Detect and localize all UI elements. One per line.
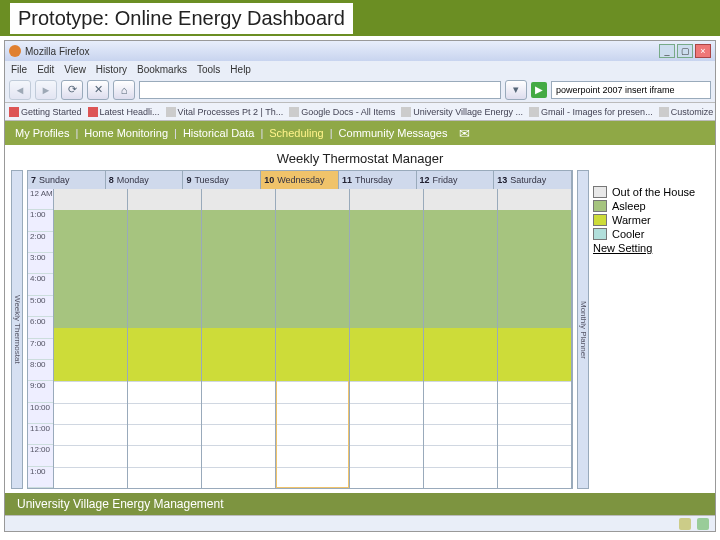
- time-label: 12 AM: [28, 189, 53, 210]
- schedule-band[interactable]: [276, 189, 349, 210]
- bookmark-vital[interactable]: Vital Processes Pt 2 | Th...: [166, 107, 284, 117]
- schedule-band[interactable]: [202, 210, 275, 327]
- site-nav: My Profiles| Home Monitoring| Historical…: [5, 121, 715, 145]
- legend-label: New Setting: [593, 242, 652, 254]
- legend-item: Out of the House: [593, 186, 709, 198]
- browser-statusbar: [5, 515, 715, 531]
- legend-swatch: [593, 200, 607, 212]
- schedule-band[interactable]: [350, 210, 423, 327]
- schedule-band[interactable]: [54, 189, 127, 210]
- calendar-grid[interactable]: [54, 189, 572, 488]
- day-header[interactable]: 11Thursday: [339, 171, 417, 189]
- browser-app-title: Mozilla Firefox: [25, 46, 89, 57]
- bookmark-uvem[interactable]: University Village Energy ...: [401, 107, 523, 117]
- day-header[interactable]: 12Friday: [417, 171, 495, 189]
- schedule-band[interactable]: [350, 189, 423, 210]
- time-label: 5:00: [28, 296, 53, 317]
- close-button[interactable]: ×: [695, 44, 711, 58]
- time-label: 2:00: [28, 232, 53, 253]
- nav-home-monitoring[interactable]: Home Monitoring: [84, 127, 168, 139]
- go-button[interactable]: ▶: [531, 82, 547, 98]
- day-column[interactable]: [424, 189, 498, 488]
- url-input[interactable]: [139, 81, 501, 99]
- firefox-icon: [9, 45, 21, 57]
- time-label: 8:00: [28, 360, 53, 381]
- slide-title-bar: Prototype: Online Energy Dashboard: [0, 0, 720, 36]
- left-side-tab[interactable]: Weekly Thermostat: [11, 170, 23, 489]
- legend-swatch: [593, 214, 607, 226]
- time-label: 9:00: [28, 381, 53, 402]
- forward-button[interactable]: ►: [35, 80, 57, 100]
- bookmark-latest-headlines[interactable]: Latest Headli...: [88, 107, 160, 117]
- schedule-band[interactable]: [276, 328, 349, 381]
- day-header[interactable]: 10Wednesday: [261, 171, 339, 189]
- status-icon-2[interactable]: [697, 518, 709, 530]
- schedule-band[interactable]: [128, 328, 201, 381]
- minimize-button[interactable]: _: [659, 44, 675, 58]
- day-column[interactable]: [202, 189, 276, 488]
- reload-button[interactable]: ⟳: [61, 80, 83, 100]
- legend-label: Out of the House: [612, 186, 695, 198]
- day-header[interactable]: 8Monday: [106, 171, 184, 189]
- mail-icon[interactable]: ✉: [459, 126, 470, 141]
- browser-titlebar: Mozilla Firefox _ ▢ ×: [5, 41, 715, 61]
- day-header[interactable]: 13Saturday: [494, 171, 572, 189]
- schedule-band[interactable]: [128, 189, 201, 210]
- day-column[interactable]: [128, 189, 202, 488]
- menu-view[interactable]: View: [64, 64, 86, 75]
- schedule-band[interactable]: [54, 210, 127, 327]
- time-label: 11:00: [28, 424, 53, 445]
- time-label: 7:00: [28, 339, 53, 360]
- day-column[interactable]: [350, 189, 424, 488]
- maximize-button[interactable]: ▢: [677, 44, 693, 58]
- search-input[interactable]: powerpoint 2007 insert iframe: [551, 81, 711, 99]
- legend-new-setting-link[interactable]: New Setting: [593, 242, 709, 254]
- schedule-band[interactable]: [54, 328, 127, 381]
- nav-scheduling[interactable]: Scheduling: [269, 127, 323, 139]
- time-label: 10:00: [28, 403, 53, 424]
- menu-bookmarks[interactable]: Bookmarks: [137, 64, 187, 75]
- legend-label: Cooler: [612, 228, 644, 240]
- stop-button[interactable]: ✕: [87, 80, 109, 100]
- status-icon-1[interactable]: [679, 518, 691, 530]
- schedule-band[interactable]: [498, 189, 571, 210]
- menu-file[interactable]: File: [11, 64, 27, 75]
- schedule-band[interactable]: [202, 328, 275, 381]
- day-column[interactable]: [54, 189, 128, 488]
- schedule-band[interactable]: [350, 328, 423, 381]
- day-column[interactable]: [276, 189, 350, 488]
- right-side-tab[interactable]: Monthly Planner: [577, 170, 589, 489]
- bookmark-gmail[interactable]: Gmail - Images for presen...: [529, 107, 653, 117]
- time-label: 1:00: [28, 467, 53, 488]
- chart-title: Weekly Thermostat Manager: [5, 145, 715, 170]
- bookmark-gdocs[interactable]: Google Docs - All Items: [289, 107, 395, 117]
- schedule-band[interactable]: [424, 189, 497, 210]
- schedule-band[interactable]: [202, 189, 275, 210]
- menu-help[interactable]: Help: [230, 64, 251, 75]
- nav-community-messages[interactable]: Community Messages: [339, 127, 448, 139]
- schedule-band[interactable]: [424, 210, 497, 327]
- bookmark-getting-started[interactable]: Getting Started: [9, 107, 82, 117]
- home-button[interactable]: ⌂: [113, 80, 135, 100]
- menu-tools[interactable]: Tools: [197, 64, 220, 75]
- schedule-band[interactable]: [276, 210, 349, 327]
- nav-my-profiles[interactable]: My Profiles: [15, 127, 69, 139]
- back-button[interactable]: ◄: [9, 80, 31, 100]
- time-label: 6:00: [28, 317, 53, 338]
- dropdown-icon[interactable]: ▾: [505, 80, 527, 100]
- menu-history[interactable]: History: [96, 64, 127, 75]
- legend-item: Warmer: [593, 214, 709, 226]
- schedule-band[interactable]: [424, 328, 497, 381]
- time-label: 1:00: [28, 210, 53, 231]
- day-header[interactable]: 9Tuesday: [183, 171, 261, 189]
- browser-window: Mozilla Firefox _ ▢ × File Edit View His…: [4, 40, 716, 532]
- nav-historical-data[interactable]: Historical Data: [183, 127, 255, 139]
- menu-edit[interactable]: Edit: [37, 64, 54, 75]
- schedule-band[interactable]: [498, 210, 571, 327]
- day-column[interactable]: [498, 189, 572, 488]
- day-header[interactable]: 7Sunday: [28, 171, 106, 189]
- bookmark-customize[interactable]: Customize and save a ch...: [659, 107, 715, 117]
- schedule-band[interactable]: [498, 328, 571, 381]
- schedule-band[interactable]: [128, 210, 201, 327]
- site-footer: University Village Energy Management: [5, 493, 715, 515]
